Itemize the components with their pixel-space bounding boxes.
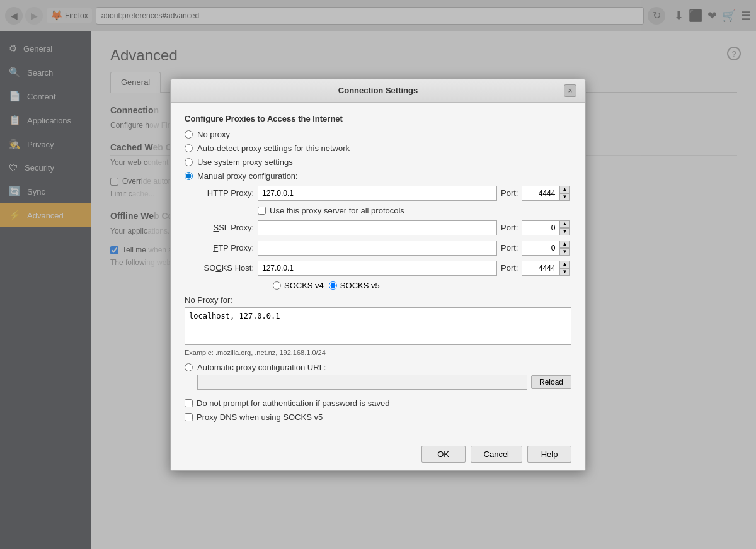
ssl-port-input[interactable] [522, 220, 559, 235]
socks-port-spinner: ▲ ▼ [559, 261, 570, 276]
radio-auto-detect-input[interactable] [185, 144, 193, 152]
no-proxy-section: No Proxy for: localhost, 127.0.0.1 Examp… [185, 295, 571, 356]
no-proxy-textarea[interactable]: localhost, 127.0.0.1 [185, 307, 571, 345]
radio-system-proxy-input[interactable] [185, 158, 193, 166]
use-for-all-row: Use this proxy server for all protocols [258, 206, 571, 215]
radio-auto-proxy-input[interactable] [185, 363, 193, 371]
radio-system-proxy[interactable]: Use system proxy settings [185, 157, 571, 167]
ssl-port-down[interactable]: ▼ [559, 228, 570, 235]
socks-port-input[interactable] [522, 261, 559, 276]
ssl-port-up[interactable]: ▲ [559, 220, 570, 228]
socks-v5-label[interactable]: SOCKS v5 [329, 281, 380, 290]
proxy-group-title: Configure Proxies to Access the Internet [185, 114, 571, 123]
ssl-proxy-label: SSL Proxy: [197, 223, 254, 232]
help-button[interactable]: Help [527, 446, 571, 463]
auto-proxy-url-row: Reload [197, 375, 571, 390]
dialog-header: Connection Settings × [171, 79, 585, 103]
http-port-label: Port: [501, 188, 518, 198]
auth-check-row[interactable]: Do not prompt for authentication if pass… [185, 399, 571, 408]
socks-v4-text: SOCKS v4 [284, 281, 324, 290]
ftp-port-label: Port: [501, 243, 518, 252]
use-for-all-text: Use this proxy server for all protocols [270, 206, 404, 215]
radio-manual-proxy[interactable]: Manual proxy configuration: [185, 171, 571, 181]
radio-no-proxy-input[interactable] [185, 130, 193, 139]
socks-port-down[interactable]: ▼ [559, 268, 570, 276]
socks-port-label: Port: [501, 263, 518, 273]
socks-v5-radio[interactable] [329, 281, 337, 290]
ok-button[interactable]: OK [421, 446, 466, 463]
http-port-group: ▲ ▼ [522, 186, 570, 201]
http-proxy-label: HTTP Proxy: [197, 188, 254, 198]
radio-auto-detect[interactable]: Auto-detect proxy settings for this netw… [185, 144, 571, 153]
cancel-button[interactable]: Cancel [471, 446, 522, 463]
no-proxy-label: No Proxy for: [185, 295, 571, 305]
socks-version-row: SOCKS v4 SOCKS v5 [273, 281, 571, 290]
radio-manual-proxy-input[interactable] [185, 172, 193, 180]
socks-port-group: ▲ ▼ [522, 261, 570, 276]
example-text: Example: .mozilla.org, .net.nz, 192.168.… [185, 349, 571, 356]
socks-v5-text: SOCKS v5 [340, 281, 380, 290]
dialog-body: Configure Proxies to Access the Internet… [171, 103, 585, 438]
radio-auto-proxy-label: Automatic proxy configuration URL: [197, 363, 326, 372]
radio-auto-proxy[interactable]: Automatic proxy configuration URL: [185, 363, 571, 372]
radio-system-proxy-label: Use system proxy settings [197, 157, 293, 167]
http-port-input[interactable] [522, 186, 559, 201]
dialog-footer: OK Cancel Help [171, 438, 585, 470]
ftp-port-spinner: ▲ ▼ [559, 241, 570, 256]
ftp-proxy-label: FTP Proxy: [197, 243, 254, 252]
use-for-all-label[interactable]: Use this proxy server for all protocols [258, 206, 404, 215]
dialog-title: Connection Settings [192, 86, 564, 95]
http-port-spinner: ▲ ▼ [559, 186, 570, 201]
dialog-close-button[interactable]: × [564, 84, 576, 97]
reload-button[interactable]: Reload [531, 375, 571, 389]
auto-proxy-url-input[interactable] [197, 375, 527, 390]
http-port-down[interactable]: ▼ [559, 193, 570, 201]
dns-checkbox[interactable] [185, 413, 193, 421]
ssl-port-label: Port: [501, 223, 518, 232]
ssl-port-spinner: ▲ ▼ [559, 220, 570, 235]
bottom-checks: Do not prompt for authentication if pass… [185, 399, 571, 422]
http-proxy-row: HTTP Proxy: Port: ▲ ▼ [197, 186, 571, 201]
ftp-port-down[interactable]: ▼ [559, 248, 570, 256]
socks-host-label: SOCKS Host: [197, 263, 254, 273]
socks-host-row: SOCKS Host: Port: ▲ ▼ [197, 261, 571, 276]
socks-v4-radio[interactable] [273, 281, 281, 290]
ftp-port-input[interactable] [522, 241, 559, 256]
socks-port-up[interactable]: ▲ [559, 261, 570, 268]
dns-check-row[interactable]: Proxy DNS when using SOCKS v5 [185, 412, 571, 422]
ssl-proxy-input[interactable] [258, 220, 497, 235]
ftp-proxy-row: FTP Proxy: Port: ▲ ▼ [197, 241, 571, 256]
ftp-port-up[interactable]: ▲ [559, 241, 570, 248]
auth-check-label: Do not prompt for authentication if pass… [197, 399, 389, 408]
ftp-proxy-input[interactable] [258, 241, 497, 256]
http-port-up[interactable]: ▲ [559, 186, 570, 193]
auth-checkbox[interactable] [185, 399, 193, 407]
radio-manual-proxy-label: Manual proxy configuration: [197, 171, 298, 181]
ftp-port-group: ▲ ▼ [522, 241, 570, 256]
http-proxy-input[interactable] [258, 186, 497, 201]
proxy-fields: HTTP Proxy: Port: ▲ ▼ Use [197, 186, 571, 290]
modal-overlay: Connection Settings × Configure Proxies … [0, 0, 756, 549]
socks-v4-label[interactable]: SOCKS v4 [273, 281, 324, 290]
ssl-proxy-row: SSL Proxy: Port: ▲ ▼ [197, 220, 571, 235]
connection-settings-dialog: Connection Settings × Configure Proxies … [170, 79, 586, 471]
radio-auto-detect-label: Auto-detect proxy settings for this netw… [197, 144, 350, 153]
dns-check-label: Proxy DNS when using SOCKS v5 [197, 412, 323, 422]
radio-no-proxy[interactable]: No proxy [185, 130, 571, 139]
socks-host-input[interactable] [258, 261, 497, 276]
use-for-all-checkbox[interactable] [258, 207, 266, 215]
radio-no-proxy-label: No proxy [197, 130, 230, 139]
ssl-port-group: ▲ ▼ [522, 220, 570, 235]
